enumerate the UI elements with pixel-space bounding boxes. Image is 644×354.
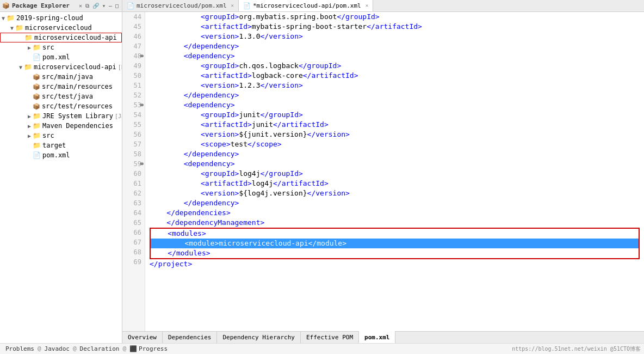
bottom-tab[interactable]: Effective POM [301, 331, 359, 343]
code-line: <groupId>log4j</groupId> [150, 169, 640, 179]
xml-file-icon: 📄 [127, 2, 134, 9]
line-number: 68 [126, 247, 141, 257]
tree-item[interactable]: 📦src/main/java [0, 72, 122, 82]
code-line: <dependency> [150, 100, 640, 110]
line-number: 53● [126, 100, 141, 110]
tree-arrow: ▶ [26, 113, 33, 119]
code-line: <scope>test</scope> [150, 139, 640, 149]
code-line: <artifactId>logback-core</artifactId> [150, 71, 640, 81]
tree-item[interactable]: ▶📁src [0, 42, 122, 52]
progress-icon: ⬛ [129, 345, 137, 352]
tree-label: src [42, 44, 54, 51]
problems-tab[interactable]: ⬛ Progress [127, 345, 170, 353]
code-editor[interactable]: 4445464748●4950515253●545556575859●60616… [122, 12, 644, 331]
minimize-btn[interactable]: — [108, 2, 113, 10]
link-with-editor-btn[interactable]: 🔗 [91, 2, 100, 10]
tree-arrow: ▶ [26, 133, 33, 139]
tree-item[interactable]: ▶📁Maven Dependencies [0, 121, 122, 131]
line-number: 66 [126, 228, 141, 237]
maximize-btn[interactable]: □ [114, 2, 120, 10]
view-menu-btn[interactable]: ▾ [101, 2, 107, 10]
line-number: 48● [126, 51, 141, 61]
line-number: 44 [126, 12, 141, 22]
tree-label: JRE System Library [42, 112, 113, 120]
panel-actions: ⧉ 🔗 ▾ — □ [84, 2, 120, 10]
code-line: </project> [150, 259, 640, 269]
problems-tab[interactable]: Javadoc [42, 345, 72, 353]
code-line: <version>${junit.version}</version> [150, 130, 640, 139]
code-line: </modules> [151, 248, 639, 258]
tab-label: microservicecloud/pom.xml [137, 2, 227, 9]
line-number: 51 [126, 81, 141, 90]
code-line: <groupId>org.mybatis.spring.boot</groupI… [150, 12, 640, 22]
line-number: 69 [126, 257, 141, 267]
tree-item[interactable]: 📄pom.xml [0, 150, 122, 160]
tree-item[interactable]: ▼📁microservicecloud-api [boot] [0, 62, 122, 72]
tree-arrow: ▼ [17, 64, 24, 70]
tree-label: 2019-spring-cloud [16, 14, 83, 22]
tab-separator: @ [38, 345, 41, 353]
editor-tab[interactable]: 📄*microservicecloud-api/pom.xml✕ [239, 0, 373, 11]
problems-tab[interactable]: Declaration [78, 345, 122, 353]
tree-item[interactable]: ▶📁JRE System Library [JavaSE-1.8] [0, 111, 122, 121]
tree-item[interactable]: 📁target [0, 141, 122, 150]
tab-close-btn[interactable]: ✕ [366, 3, 368, 8]
tree-item[interactable]: ▼📁2019-spring-cloud [0, 13, 122, 23]
code-line: <groupId>junit</groupId> [150, 110, 640, 120]
code-line: </dependencies> [150, 208, 640, 218]
collapse-all-btn[interactable]: ⧉ [84, 2, 90, 10]
code-line: <artifactId>log4j</artifactId> [150, 179, 640, 188]
line-number: 62 [126, 188, 141, 198]
tree-item[interactable]: 📦src/test/resources [0, 101, 122, 111]
tree-label: target [42, 142, 66, 149]
code-line: <version>${log4j.version}</version> [150, 188, 640, 198]
file-icon: 📄 [33, 53, 41, 61]
bottom-tab[interactable]: pom.xml [359, 331, 395, 343]
problems-tab[interactable]: Problems [3, 345, 36, 353]
editor-tab[interactable]: 📄microservicecloud/pom.xml✕ [122, 0, 239, 11]
tree-label: microservicecloud [25, 24, 92, 32]
line-number: 67 [126, 237, 141, 247]
line-number: 60 [126, 169, 141, 179]
folder-icon: 📁 [24, 63, 32, 71]
tree-item[interactable]: 📄pom.xml [0, 52, 122, 62]
tree-label: microservicecloud-api [34, 63, 116, 71]
package-icon: 📦 [33, 103, 40, 110]
tree-label: pom.xml [42, 53, 70, 61]
tree-item[interactable]: ▶📁src [0, 131, 122, 141]
tree-label: src/test/resources [42, 102, 113, 110]
code-line: <groupId>ch.qos.logback</groupId> [150, 61, 640, 71]
line-number: 65 [126, 218, 141, 228]
package-icon: 📦 [33, 74, 40, 81]
code-line: <dependency> [150, 159, 640, 169]
problems-bar: Problems @ Javadoc @ Declaration @ ⬛ Pro… [0, 343, 644, 354]
tree-item[interactable]: 📦src/test/java [0, 91, 122, 101]
code-line: </dependency> [150, 149, 640, 159]
line-number: 63 [126, 198, 141, 208]
tree-item[interactable]: ▼📁microservicecloud [0, 23, 122, 33]
tree-label: Maven Dependencies [42, 122, 113, 130]
code-line: </dependency> [150, 41, 640, 51]
code-line: <version>1.3.0</version> [150, 32, 640, 41]
bottom-tab[interactable]: Dependencies [163, 331, 217, 343]
tree-label: src/main/resources [42, 83, 113, 90]
tree-label: pom.xml [42, 151, 70, 159]
line-number: 56 [126, 130, 141, 139]
bottom-tab[interactable]: Overview [122, 331, 163, 343]
line-number: 45 [126, 22, 141, 32]
tree-badge: [boot] [118, 64, 122, 70]
folder-icon: 📁 [7, 14, 15, 22]
tree-item[interactable]: 📁microservicecloud-api [0, 33, 122, 42]
tree-label: src [42, 132, 54, 139]
line-number: 58 [126, 149, 141, 159]
tab-close-btn[interactable]: ✕ [231, 3, 234, 8]
close-icon[interactable]: ✕ [79, 3, 82, 9]
tree-item[interactable]: 📦src/main/resources [0, 82, 122, 91]
editor-tab-bar: 📄microservicecloud/pom.xml✕📄*microservic… [122, 0, 644, 12]
code-line: <version>1.2.3</version> [150, 81, 640, 90]
line-number: 61 [126, 179, 141, 188]
bottom-tab[interactable]: Dependency Hierarchy [217, 331, 300, 343]
tree-arrow: ▼ [9, 25, 15, 31]
code-line: </dependencyManagement> [150, 218, 640, 228]
code-line: <artifactId>mybatis-spring-boot-starter<… [150, 22, 640, 32]
